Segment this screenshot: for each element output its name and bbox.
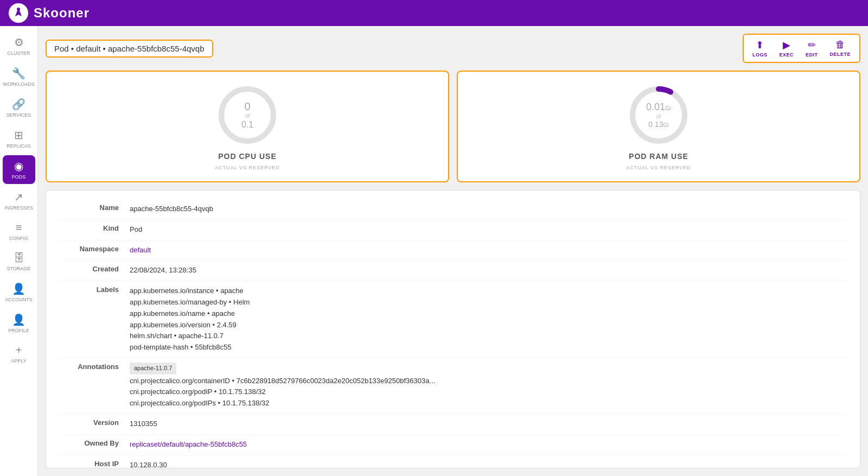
detail-row-owned-by: Owned Byreplicaset/default/apache-55bfcb… — [59, 435, 847, 455]
sidebar-item-services[interactable]: 🔗 SERVICES — [3, 93, 35, 122]
cpu-gauge-circle: 0 of 0.1 — [215, 82, 280, 148]
gauge-row: 0 of 0.1 POD CPU USE ACTUAL VS RESERVED — [46, 71, 860, 182]
sidebar-label-storage: STORAGE — [7, 266, 31, 271]
detail-label: Kind — [59, 224, 130, 232]
sidebar-item-workloads[interactable]: 🔧 WORKLOADS — [3, 62, 35, 91]
detail-value[interactable]: replicaset/default/apache-55bfcb8c55 — [130, 439, 847, 450]
logs-button[interactable]: ⬆ LOGS — [748, 37, 772, 60]
sidebar-label-config: CONFIG — [9, 236, 28, 241]
sidebar-item-replicas[interactable]: ⊞ REPLICAS — [3, 124, 35, 153]
detail-row-namespace: Namespacedefault — [59, 240, 847, 261]
detail-value: apache-11.0.7cni.projectcalico.org/conta… — [130, 363, 847, 409]
content-area: Pod • default • apache-55bfcb8c55-4qvqb … — [38, 26, 868, 476]
logo-icon — [9, 3, 28, 23]
detail-label: Created — [59, 265, 130, 273]
ram-gauge-circle: 0.01Gi of 0.13Gi — [626, 82, 691, 148]
details-card: Nameapache-55bfcb8c55-4qvqbKindPodNamesp… — [46, 190, 860, 468]
cpu-total: 0.1 — [241, 119, 253, 130]
detail-row-created: Created22/08/2024, 13:28:35 — [59, 261, 847, 281]
detail-value: 1310355 — [130, 418, 847, 430]
detail-row-version: Version1310355 — [59, 414, 847, 435]
edit-button[interactable]: ✏ EDIT — [801, 37, 822, 60]
detail-value[interactable]: default — [130, 245, 847, 256]
cpu-gauge-card: 0 of 0.1 POD CPU USE ACTUAL VS RESERVED — [46, 71, 449, 182]
sidebar-item-profile[interactable]: 👤 PROFILE — [3, 309, 35, 338]
detail-label: Host IP — [59, 460, 130, 468]
detail-label: Name — [59, 204, 130, 212]
cpu-value: 0 — [241, 100, 253, 113]
exec-icon: ▶ — [783, 39, 790, 51]
sidebar-label-replicas: REPLICAS — [7, 143, 31, 149]
detail-value: 10.128.0.30 — [130, 460, 847, 468]
sidebar-item-cluster[interactable]: ⚙ CLUSTER — [3, 31, 35, 60]
delete-icon: 🗑 — [835, 39, 845, 50]
edit-label: EDIT — [806, 52, 818, 58]
breadcrumb: Pod • default • apache-55bfcb8c55-4qvqb — [46, 40, 213, 58]
detail-row-annotations: Annotationsapache-11.0.7cni.projectcalic… — [59, 358, 847, 414]
detail-label: Annotations — [59, 363, 130, 371]
detail-value: 22/08/2024, 13:28:35 — [130, 265, 847, 276]
storage-icon: 🗄 — [14, 252, 24, 264]
apply-icon: + — [16, 344, 22, 357]
detail-row-labels: Labelsapp.kubernetes.io/instance • apach… — [59, 281, 847, 358]
detail-label: Version — [59, 418, 130, 427]
sidebar-item-pods[interactable]: ◉ PODS — [3, 155, 35, 184]
sidebar-label-pods: PODS — [12, 174, 26, 180]
detail-label: Owned By — [59, 439, 130, 447]
app-title: Skooner — [34, 5, 90, 21]
sidebar-label-apply: APPLY — [11, 358, 26, 364]
workloads-icon: 🔧 — [12, 67, 25, 80]
detail-row-host-ip: Host IP10.128.0.30 — [59, 455, 847, 468]
annotation-tooltip: apache-11.0.7 — [130, 363, 176, 375]
detail-value: apache-55bfcb8c55-4qvqb — [130, 204, 847, 215]
ram-value: 0.01Gi — [646, 101, 671, 113]
ingresses-icon: ↗ — [14, 191, 23, 204]
sidebar-label-accounts: ACCOUNTS — [5, 297, 33, 302]
sidebar-label-services: SERVICES — [7, 112, 31, 118]
sidebar-item-ingresses[interactable]: ↗ INGRESSES — [3, 186, 35, 215]
cpu-of: of — [241, 113, 253, 119]
replicas-icon: ⊞ — [14, 129, 23, 142]
sidebar-label-cluster: CLUSTER — [7, 50, 30, 56]
detail-row-kind: KindPod — [59, 220, 847, 240]
sidebar-item-config[interactable]: ≡ CONFIG — [3, 217, 35, 245]
ram-gauge-subtitle: ACTUAL VS RESERVED — [626, 165, 691, 170]
detail-value: Pod — [130, 224, 847, 236]
logs-label: LOGS — [752, 52, 768, 58]
ram-gauge-card: 0.01Gi of 0.13Gi POD RAM USE ACTUAL VS R… — [457, 71, 860, 182]
sidebar-label-profile: PROFILE — [8, 328, 29, 333]
action-buttons: ⬆ LOGS ▶ EXEC ✏ EDIT 🗑 DELETE — [743, 34, 860, 63]
detail-row-name: Nameapache-55bfcb8c55-4qvqb — [59, 199, 847, 220]
accounts-icon: 👤 — [12, 282, 25, 295]
cluster-icon: ⚙ — [14, 36, 24, 49]
logs-icon: ⬆ — [756, 39, 764, 51]
sidebar-label-ingresses: INGRESSES — [4, 205, 33, 211]
sidebar-label-workloads: WORKLOADS — [3, 81, 35, 87]
header: Skooner — [0, 0, 868, 26]
services-icon: 🔗 — [12, 98, 25, 111]
ram-total: 0.13Gi — [646, 119, 671, 129]
exec-button[interactable]: ▶ EXEC — [775, 37, 798, 60]
ram-gauge-title: POD RAM USE — [629, 152, 688, 161]
detail-value: app.kubernetes.io/instance • apache app.… — [130, 285, 847, 353]
sidebar-item-storage[interactable]: 🗄 STORAGE — [3, 247, 35, 276]
sidebar-item-apply[interactable]: + APPLY — [3, 340, 35, 368]
pods-icon: ◉ — [14, 160, 23, 173]
delete-label: DELETE — [829, 52, 851, 57]
detail-label: Namespace — [59, 245, 130, 253]
edit-icon: ✏ — [808, 39, 816, 51]
config-icon: ≡ — [16, 221, 22, 234]
svg-point-1 — [17, 8, 20, 11]
profile-icon: 👤 — [12, 313, 25, 326]
ram-of: of — [646, 113, 671, 119]
breadcrumb-bar: Pod • default • apache-55bfcb8c55-4qvqb … — [46, 34, 860, 63]
cpu-gauge-title: POD CPU USE — [218, 152, 276, 161]
delete-button[interactable]: 🗑 DELETE — [825, 37, 855, 60]
exec-label: EXEC — [779, 52, 794, 58]
main-layout: ⚙ CLUSTER 🔧 WORKLOADS 🔗 SERVICES ⊞ REPLI… — [0, 26, 868, 476]
cpu-gauge-subtitle: ACTUAL VS RESERVED — [215, 165, 280, 170]
logo: Skooner — [9, 3, 90, 23]
sidebar-item-accounts[interactable]: 👤 ACCOUNTS — [3, 278, 35, 307]
sidebar: ⚙ CLUSTER 🔧 WORKLOADS 🔗 SERVICES ⊞ REPLI… — [0, 26, 38, 476]
detail-label: Labels — [59, 285, 130, 294]
